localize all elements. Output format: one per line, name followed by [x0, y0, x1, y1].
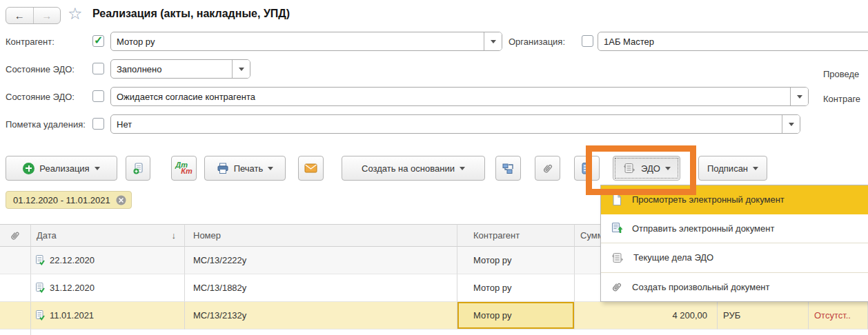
date-cell[interactable]: 22.12.2020: [31, 247, 185, 274]
create-realization-label: Реализация: [39, 163, 89, 174]
organization-filter-field[interactable]: 1АБ Мастер: [598, 32, 868, 51]
edo-state-filter-field[interactable]: Заполнено: [110, 59, 250, 79]
paperclip-icon: [10, 230, 21, 241]
print-label: Печать: [234, 163, 264, 174]
page-title: Реализация (акты, накладные, УПД): [92, 8, 290, 20]
plus-icon: [23, 163, 34, 174]
annotation-highlight-rectangle: [586, 145, 696, 195]
chevron-down-icon: [789, 123, 794, 129]
print-button[interactable]: Печать: [204, 156, 286, 181]
app-window: ← → ☆ Реализация (акты, накладные, УПД) …: [0, 0, 868, 335]
signed-button[interactable]: Подписан: [698, 156, 767, 181]
copy-document-icon: [132, 162, 145, 175]
edo-exchange-icon: [611, 252, 624, 264]
deletion-mark-dropdown-button[interactable]: [782, 115, 800, 133]
date-cell[interactable]: 11.01.2021: [31, 302, 185, 329]
number-cell[interactable]: МС/13/2132у: [185, 302, 457, 329]
related-documents-button[interactable]: [495, 156, 521, 181]
deletion-mark-filter-value: Нет: [111, 115, 782, 133]
edo-state2-filter-value: Ожидается согласие контрагента: [111, 88, 790, 105]
edo-state2-dropdown-button[interactable]: [790, 88, 808, 105]
back-button[interactable]: ←: [6, 8, 33, 23]
deletion-mark-filter-field[interactable]: Нет: [110, 114, 800, 134]
create-based-on-label: Создать на основании: [362, 163, 455, 174]
edo-state2-filter-field[interactable]: Ожидается согласие контрагента: [110, 87, 809, 106]
posted-document-icon: [34, 254, 46, 266]
organization-filter-label: Организация:: [509, 37, 565, 47]
create-realization-button[interactable]: Реализация: [6, 156, 117, 181]
edo-state-cell[interactable]: Отсутст..: [809, 302, 868, 329]
attachments-button[interactable]: [535, 156, 560, 181]
attachment-cell[interactable]: [0, 302, 31, 329]
forward-button[interactable]: →: [33, 8, 61, 23]
posted-document-icon: [34, 282, 46, 294]
edo-state2-filter-label: Состояние ЭДО:: [6, 92, 75, 102]
edo-state-filter-label: Состояние ЭДО:: [6, 64, 75, 74]
dt-kt-icon: Дт Кт: [175, 162, 193, 174]
date-cell[interactable]: 31.12.2020: [31, 274, 185, 302]
posted-filter-label-clipped: Проведе: [823, 69, 859, 79]
edo-state-filter-value: Заполнено: [111, 60, 232, 78]
dt-kt-postings-button[interactable]: Дт Кт: [171, 156, 197, 181]
edo-state-filter-checkbox[interactable]: [92, 63, 104, 74]
attachment-cell[interactable]: [0, 274, 31, 302]
forward-arrow-icon: →: [41, 10, 52, 21]
deletion-mark-filter-checkbox[interactable]: [92, 118, 104, 130]
currency-cell[interactable]: РУБ: [718, 302, 809, 329]
envelope-icon: [304, 163, 317, 173]
copy-document-button[interactable]: [126, 156, 150, 181]
deletion-mark-filter-label: Пометка удаления:: [6, 119, 86, 130]
counterparty-filter-value: Мотор ру: [111, 32, 484, 50]
menu-item-current-edo-tasks[interactable]: Текущие дела ЭДО: [601, 243, 868, 272]
counterparty-dropdown-button[interactable]: [484, 32, 502, 50]
paperclip-icon: [611, 281, 623, 293]
counterparty-cell[interactable]: Мотор ру: [457, 247, 575, 274]
counterparty-cell[interactable]: Мотор ру: [457, 274, 575, 302]
chevron-down-icon: [460, 167, 465, 173]
chevron-down-icon: [268, 167, 273, 173]
sort-desc-icon: ↓: [172, 230, 177, 241]
counterparty-filter-label: Контрагент:: [6, 37, 55, 47]
counterparty-column-header[interactable]: Контрагент: [457, 224, 575, 247]
attachment-cell[interactable]: [0, 247, 31, 274]
table-row-selected[interactable]: 11.01.2021 МС/13/2132у Мотор ру 4 200,00…: [0, 302, 868, 329]
printer-icon: [217, 163, 229, 174]
paperclip-icon: [542, 162, 554, 174]
counterparty-cell-selected[interactable]: Мотор ру: [457, 302, 575, 329]
send-document-icon: [611, 222, 623, 234]
edo-dropdown-menu: Просмотреть электронный документ Отправи…: [600, 185, 868, 302]
chevron-down-icon: [491, 40, 496, 46]
chevron-down-icon: [753, 167, 758, 173]
chevron-down-icon: [239, 68, 244, 74]
date-column-header[interactable]: Дата ↓: [31, 224, 185, 247]
menu-item-send-electronic-document[interactable]: Отправить электронный документ: [601, 214, 868, 243]
chevron-down-icon: [797, 95, 802, 101]
number-cell[interactable]: МС/13/1882у: [185, 274, 457, 302]
favorite-star-icon[interactable]: ☆: [68, 4, 83, 23]
signed-label: Подписан: [707, 163, 748, 174]
posted-document-icon: [34, 309, 46, 321]
structure-icon: [502, 162, 515, 175]
remove-filter-icon[interactable]: [116, 195, 126, 205]
counterparty2-filter-label-clipped: Контраге: [823, 94, 860, 104]
number-cell[interactable]: МС/13/2222у: [185, 247, 457, 274]
sum-cell[interactable]: 4 200,00: [575, 302, 718, 329]
create-based-on-button[interactable]: Создать на основании: [342, 156, 485, 181]
nav-button-group: ← →: [6, 7, 61, 24]
edo-state2-filter-checkbox[interactable]: [92, 90, 104, 102]
back-arrow-icon: ←: [14, 10, 25, 21]
period-filter-text: 01.12.2020 - 11.01.2021: [13, 195, 110, 205]
organization-filter-checkbox[interactable]: [582, 35, 593, 47]
attachments-column-header[interactable]: [0, 224, 31, 247]
edo-state-dropdown-button[interactable]: [232, 60, 250, 78]
period-filter-tag[interactable]: 01.12.2020 - 11.01.2021: [6, 191, 132, 209]
chevron-down-icon: [95, 167, 100, 173]
next-row-sliver: [0, 329, 868, 335]
document-icon: [611, 194, 623, 206]
counterparty-filter-checkbox[interactable]: [92, 35, 104, 47]
email-button[interactable]: [298, 156, 324, 181]
organization-filter-value: 1АБ Мастер: [598, 32, 868, 50]
number-column-header[interactable]: Номер: [185, 224, 457, 247]
counterparty-filter-field[interactable]: Мотор ру: [110, 32, 502, 51]
menu-item-create-arbitrary-document[interactable]: Создать произвольный документ: [601, 272, 868, 302]
